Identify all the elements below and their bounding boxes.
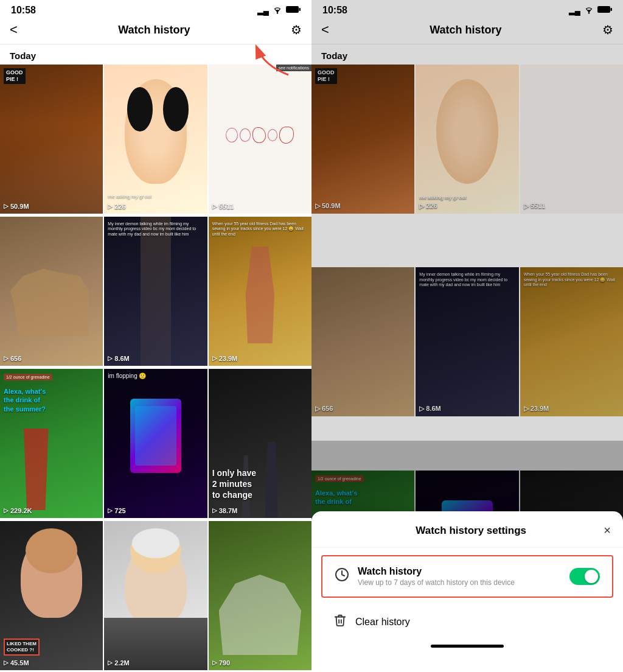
right-panel: 10:58 ▂▄ < Watch history ⚙ Today GOO bbox=[312, 0, 623, 672]
video-grid-left: GOODPIE ! ▷ 50.9M me asking my gf out ▷ … bbox=[0, 65, 312, 672]
video-cell-2[interactable]: me asking my gf out ▷ 226 bbox=[104, 65, 207, 214]
nav-bar-left: < Watch history ⚙ bbox=[0, 18, 312, 44]
status-icons-right: ▂▄ bbox=[569, 5, 612, 16]
video-cell-9[interactable]: I only have2 minutesto change ▷ 38.7M bbox=[209, 369, 312, 518]
good-pie-badge: GOODPIE ! bbox=[4, 68, 26, 84]
bottom-sheet: Watch history settings × Watch history V… bbox=[312, 511, 623, 672]
clear-history-label[interactable]: Clear history bbox=[355, 617, 410, 628]
video-cell-7[interactable]: 1/2 ounce of grenadine Alexa, what'sthe … bbox=[0, 369, 103, 518]
clear-history-icon bbox=[333, 614, 347, 630]
video-views-7: ▷ 229.2K bbox=[4, 507, 32, 514]
toggle-knob bbox=[585, 570, 598, 583]
video-cell-4[interactable]: ▷ 656 bbox=[0, 217, 103, 366]
play-icon-1: ▷ bbox=[4, 203, 9, 209]
watch-history-info: Watch history View up to 7 days of watch… bbox=[358, 566, 569, 587]
video-cell-8[interactable]: im flopping 🙁 ▷ 725 bbox=[104, 369, 207, 518]
video-cell-6[interactable]: When your 55 year old fitness Dad has be… bbox=[209, 217, 312, 366]
video-views-3: ▷ 5511 bbox=[212, 203, 234, 210]
status-time-right: 10:58 bbox=[322, 5, 347, 16]
video-cell-r5: My inner demon talking while im filming … bbox=[416, 267, 518, 416]
watch-history-icon bbox=[335, 567, 349, 586]
svg-point-4 bbox=[588, 12, 590, 13]
video-cell-r2: me asking my gf out ▷226 bbox=[416, 65, 518, 214]
wifi-icon-left bbox=[272, 5, 283, 16]
battery-icon-left bbox=[286, 5, 301, 15]
section-label-today-right: Today bbox=[312, 44, 623, 65]
label-7: 1/2 ounce of grenadine bbox=[4, 374, 52, 380]
svg-rect-1 bbox=[286, 6, 299, 13]
svg-rect-5 bbox=[597, 6, 610, 13]
video-cell-12[interactable]: ▷ 790 bbox=[209, 521, 312, 670]
status-bar-right: 10:58 ▂▄ bbox=[312, 0, 623, 18]
bottom-sheet-title: Watch history settings bbox=[416, 525, 526, 537]
video-views-6: ▷ 23.9M bbox=[212, 355, 238, 362]
status-time-left: 10:58 bbox=[11, 5, 36, 16]
video-cell-r3: ▷5511 bbox=[520, 65, 623, 214]
caption-6: When your 55 year old fitness Dad has be… bbox=[212, 222, 308, 237]
page-title-right: Watch history bbox=[430, 24, 501, 37]
battery-icon-right bbox=[597, 5, 612, 15]
watch-history-desc: View up to 7 days of watch history on th… bbox=[358, 578, 569, 587]
video-views-2: ▷ 226 bbox=[108, 203, 125, 210]
svg-rect-2 bbox=[299, 8, 301, 11]
arrow-annotation bbox=[252, 41, 294, 80]
settings-icon-left[interactable]: ⚙ bbox=[291, 23, 302, 37]
signal-icon-left: ▂▄ bbox=[257, 6, 269, 15]
back-button-right[interactable]: < bbox=[321, 22, 329, 38]
video-views-8: ▷ 725 bbox=[108, 507, 125, 514]
clear-history-row[interactable]: Clear history bbox=[312, 605, 623, 639]
flopping-text: im flopping 🙁 bbox=[108, 373, 146, 379]
video-cell-10[interactable]: LIKED THEMCOOKED ?! ▷ 45.5M bbox=[0, 521, 103, 670]
close-button[interactable]: × bbox=[604, 523, 611, 537]
watch-history-row[interactable]: Watch history View up to 7 days of watch… bbox=[321, 555, 613, 598]
video-views-11: ▷ 2.2M bbox=[108, 659, 129, 667]
video-views-12: ▷ 790 bbox=[212, 659, 230, 667]
video-views-10: ▷ 45.5M bbox=[4, 659, 29, 667]
back-button-left[interactable]: < bbox=[10, 22, 18, 38]
caption-2: me asking my gf out bbox=[108, 194, 203, 200]
video-views-4: ▷ 656 bbox=[4, 355, 21, 362]
alexa-text: Alexa, what'sthe drink ofthe summer? bbox=[4, 387, 46, 413]
video-cell-3[interactable]: see notifications ▷ 5511 bbox=[209, 65, 312, 214]
status-bar-left: 10:58 ▂▄ bbox=[0, 0, 312, 18]
caption-5: My inner demon talking while im filming … bbox=[108, 222, 203, 237]
wifi-icon-right bbox=[583, 5, 594, 16]
page-title-left: Watch history bbox=[118, 24, 190, 37]
video-cell-r1: GOODPIE ! ▷50.9M bbox=[312, 65, 414, 214]
left-phone-panel: 10:58 ▂▄ < Watch history ⚙ Today bbox=[0, 0, 312, 672]
svg-point-0 bbox=[277, 12, 278, 13]
bottom-sheet-header: Watch history settings × bbox=[312, 523, 623, 548]
liked-badge: LIKED THEMCOOKED ?! bbox=[4, 639, 40, 655]
big-text-overlay: I only have2 minutesto change bbox=[212, 467, 308, 501]
nav-bar-right: < Watch history ⚙ bbox=[312, 18, 623, 44]
signal-icon-right: ▂▄ bbox=[569, 6, 580, 15]
video-cell-11[interactable]: ▷ 2.2M bbox=[104, 521, 207, 670]
video-views-1: ▷ 50.9M bbox=[4, 203, 29, 210]
settings-icon-right[interactable]: ⚙ bbox=[602, 23, 613, 37]
video-cell-1[interactable]: GOODPIE ! ▷ 50.9M bbox=[0, 65, 103, 214]
video-cell-r4: ▷656 bbox=[312, 267, 414, 416]
watch-history-label: Watch history bbox=[358, 566, 569, 577]
video-views-5: ▷ 8.6M bbox=[108, 355, 129, 362]
status-icons-left: ▂▄ bbox=[257, 5, 301, 16]
watch-history-toggle[interactable] bbox=[569, 568, 600, 585]
video-views-9: ▷ 38.7M bbox=[212, 507, 238, 514]
home-indicator bbox=[431, 645, 504, 648]
video-cell-5[interactable]: My inner demon talking while im filming … bbox=[104, 217, 207, 366]
svg-rect-6 bbox=[611, 8, 613, 11]
video-cell-r6: When your 55 year old fitness Dad has be… bbox=[520, 267, 623, 416]
